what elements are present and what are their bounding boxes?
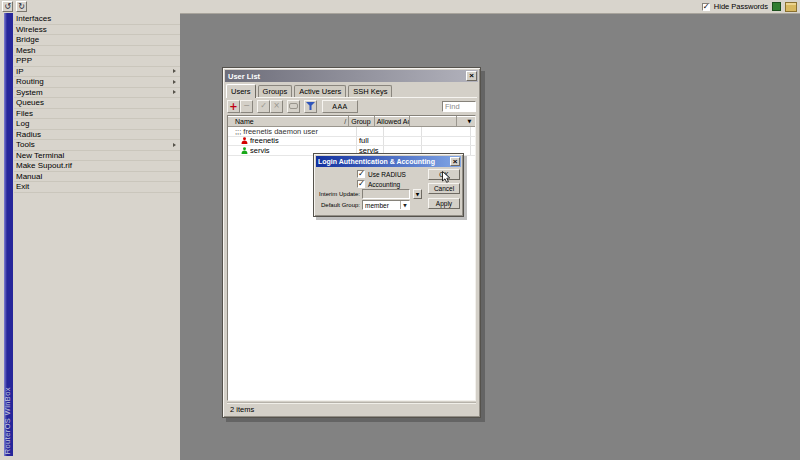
tab-users[interactable]: Users — [226, 84, 256, 98]
sidebar-item-label: Manual — [16, 172, 42, 181]
filter-button[interactable] — [304, 100, 317, 113]
hide-passwords-label: Hide Passwords — [714, 2, 768, 11]
chevron-down-icon: ▼ — [467, 118, 471, 124]
sidebar-item-routing[interactable]: Routing — [14, 77, 180, 88]
item-count: 2 items — [230, 405, 254, 414]
user-list-titlebar[interactable]: User List × — [225, 70, 478, 82]
row-name-text: freenetis — [250, 137, 279, 146]
table-row-comment[interactable]: ;;; freenetis daemon user — [228, 127, 475, 137]
top-toolbar: ↺ ↻ ✓ Hide Passwords — [0, 0, 800, 14]
sidebar-item-interfaces[interactable]: Interfaces — [14, 14, 180, 25]
row-spacer-cell — [422, 127, 471, 136]
add-user-button[interactable]: + — [227, 100, 240, 113]
sidebar-item-wireless[interactable]: Wireless — [14, 25, 180, 36]
sidebar-item-label: System — [16, 88, 43, 97]
hide-passwords-checkbox[interactable]: ✓ — [702, 3, 710, 11]
chevron-right-icon — [173, 143, 176, 147]
cancel-button[interactable]: Cancel — [428, 183, 460, 194]
tab-active-users[interactable]: Active Users — [294, 85, 346, 97]
comment-button[interactable] — [287, 100, 300, 113]
chevron-right-icon — [173, 69, 176, 73]
minus-icon: − — [243, 102, 250, 110]
topbar-right-group: ✓ Hide Passwords — [702, 0, 797, 13]
dialog-titlebar[interactable]: Login Authentication & Accounting × — [316, 156, 461, 167]
sidebar-item-radius[interactable]: Radius — [14, 130, 180, 141]
row-spacer-cell — [471, 127, 475, 136]
column-header-name[interactable]: Name/ — [228, 116, 349, 126]
row-name-cell: freenetis — [228, 137, 357, 146]
column-header-group[interactable]: Group — [349, 116, 374, 126]
ok-button[interactable]: OK — [428, 169, 460, 180]
sidebar-item-log[interactable]: Log — [14, 119, 180, 130]
sidebar-item-queues[interactable]: Queues — [14, 98, 180, 109]
sidebar-item-label: Tools — [16, 140, 35, 149]
default-group-label: Default Group: — [314, 202, 360, 208]
sidebar-item-label: Queues — [16, 98, 44, 107]
sidebar-item-exit[interactable]: Exit — [14, 182, 180, 193]
sidebar-item-manual[interactable]: Manual — [14, 172, 180, 183]
interim-update-field — [362, 189, 410, 199]
default-group-dropdown-button[interactable]: ▼ — [400, 201, 409, 209]
winbox-app: ↺ ↻ ✓ Hide Passwords RouterOS WinBox Int… — [0, 0, 800, 460]
undo-icon: ↺ — [4, 2, 11, 11]
use-radius-checkbox[interactable]: ✓ — [357, 170, 365, 178]
column-options-button[interactable]: ▼ — [464, 116, 475, 126]
redo-button[interactable]: ↻ — [16, 1, 27, 12]
sidebar: RouterOS WinBox Interfaces Wireless Brid… — [0, 13, 180, 460]
sidebar-item-label: Radius — [16, 130, 41, 139]
enable-user-button[interactable]: ✓ — [257, 100, 270, 113]
sidebar-item-label: Wireless — [16, 25, 47, 34]
find-input[interactable] — [442, 101, 476, 112]
sidebar-item-mesh[interactable]: Mesh — [14, 46, 180, 57]
chevron-down-icon: ▼ — [416, 192, 419, 197]
plus-icon: + — [229, 102, 237, 111]
sidebar-item-system[interactable]: System — [14, 88, 180, 99]
table-row-freenetis[interactable]: freenetis full — [228, 137, 475, 147]
remove-user-button[interactable]: − — [240, 100, 253, 113]
apply-button[interactable]: Apply — [428, 198, 460, 209]
sidebar-item-tools[interactable]: Tools — [14, 140, 180, 151]
field-value: member — [365, 202, 389, 209]
row-spacer-cell — [471, 137, 475, 146]
tab-ssh-keys[interactable]: SSH Keys — [348, 85, 392, 97]
sidebar-item-label: Make Supout.rif — [16, 161, 72, 170]
column-header-spacer — [457, 116, 464, 126]
sidebar-item-new-terminal[interactable]: New Terminal — [14, 151, 180, 162]
user-list-window: User List × Users Groups Active Users SS… — [222, 67, 481, 418]
sidebar-item-label: Files — [16, 109, 33, 118]
sidebar-item-label: PPP — [16, 56, 32, 65]
lock-icon — [785, 2, 797, 12]
sidebar-item-ppp[interactable]: PPP — [14, 56, 180, 67]
row-comment-text: ;;; freenetis daemon user — [228, 127, 357, 136]
interim-update-label: Interim Update: — [314, 191, 360, 197]
sidebar-item-label: New Terminal — [16, 151, 64, 160]
user-list-toolbar: + − ✓ × AAA — [227, 99, 476, 113]
undo-button[interactable]: ↺ — [2, 1, 13, 12]
sidebar-item-bridge[interactable]: Bridge — [14, 35, 180, 46]
disable-user-button[interactable]: × — [270, 100, 283, 113]
connection-indicator-icon — [772, 2, 781, 11]
table-header: Name/ Group Allowed Addr... ▼ — [228, 116, 475, 127]
sidebar-item-files[interactable]: Files — [14, 109, 180, 120]
close-icon[interactable]: × — [466, 71, 477, 81]
column-label: Allowed Addr... — [377, 118, 411, 125]
default-group-field[interactable]: member ▼ — [362, 200, 410, 210]
check-icon: ✓ — [260, 102, 267, 110]
chevron-down-icon: ▼ — [403, 203, 406, 208]
close-icon[interactable]: × — [450, 157, 460, 166]
column-header-allowed-address[interactable]: Allowed Addr... — [375, 116, 411, 126]
sidebar-item-ip[interactable]: IP — [14, 67, 180, 78]
cross-icon: × — [273, 102, 280, 110]
interim-update-dropdown-button[interactable]: ▼ — [413, 189, 422, 199]
sidebar-item-make-supout[interactable]: Make Supout.rif — [14, 161, 180, 172]
window-title: User List — [228, 72, 260, 81]
status-bar: 2 items — [227, 402, 476, 415]
column-label: Group — [351, 118, 370, 125]
aaa-button[interactable]: AAA — [322, 100, 358, 113]
tab-groups[interactable]: Groups — [258, 85, 293, 97]
chevron-right-icon — [173, 90, 176, 94]
user-list-tabs: Users Groups Active Users SSH Keys — [226, 84, 477, 98]
accounting-label: Accounting — [368, 181, 400, 188]
accounting-checkbox[interactable]: ✓ — [357, 180, 365, 188]
user-icon — [241, 147, 248, 154]
